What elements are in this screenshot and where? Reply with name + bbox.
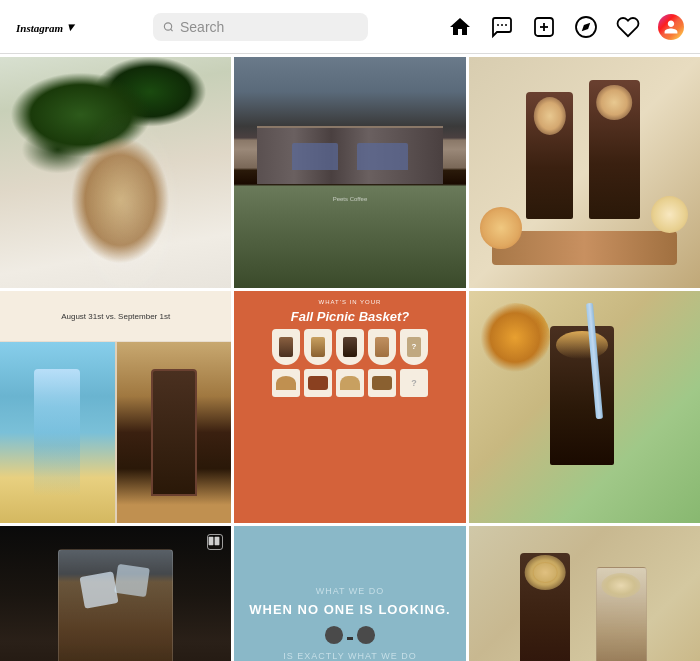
svg-marker-6: [582, 22, 590, 30]
explore-icon[interactable]: [574, 15, 598, 39]
app-header: Instagram ▾: [0, 0, 700, 54]
post-8-glasses: [325, 625, 375, 645]
svg-line-1: [171, 29, 173, 31]
post-4[interactable]: August 31st vs. September 1st: [0, 291, 231, 522]
post-6[interactable]: [469, 291, 700, 522]
new-post-icon[interactable]: [532, 15, 556, 39]
post-4-overlay-text: August 31st vs. September 1st: [61, 312, 170, 321]
svg-rect-8: [215, 536, 220, 544]
search-bar[interactable]: [153, 13, 368, 41]
post-8-line2: WHEN NO ONE IS LOOKING.: [249, 602, 450, 619]
carousel-indicator: [207, 534, 223, 550]
post-9[interactable]: [469, 526, 700, 661]
header-nav-icons: [448, 14, 684, 40]
svg-rect-7: [209, 536, 214, 544]
instagram-logo[interactable]: Instagram ▾: [16, 19, 73, 35]
post-1[interactable]: [0, 57, 231, 288]
post-7[interactable]: Real Iced Latte with Peet's Coffee: [0, 526, 231, 661]
post-8-line3: IS EXACTLY WHAT WE DO: [283, 651, 416, 661]
logo-chevron: ▾: [67, 20, 73, 35]
post-8-line1: WHAT WE DO: [316, 586, 385, 596]
post-2[interactable]: Peets Coffee: [234, 57, 465, 288]
heart-icon[interactable]: [616, 15, 640, 39]
avatar-circle: [658, 14, 684, 40]
home-icon[interactable]: [448, 15, 472, 39]
messenger-icon[interactable]: [490, 15, 514, 39]
avatar-icon[interactable]: [658, 14, 684, 40]
svg-point-0: [164, 22, 171, 29]
search-input[interactable]: [180, 19, 358, 35]
grid: Peets Coffee: [0, 54, 700, 661]
search-icon: [163, 21, 174, 33]
photo-grid: Peets Coffee: [0, 54, 700, 661]
post-5-title-big: Fall Picnic Basket?: [291, 309, 410, 325]
post-5-title-small: WHAT'S IN YOUR: [319, 299, 382, 305]
post-3[interactable]: [469, 57, 700, 288]
post-5[interactable]: WHAT'S IN YOUR Fall Picnic Basket? ?: [234, 291, 465, 522]
post-8[interactable]: WHAT WE DO WHEN NO ONE IS LOOKING. IS EX…: [234, 526, 465, 661]
